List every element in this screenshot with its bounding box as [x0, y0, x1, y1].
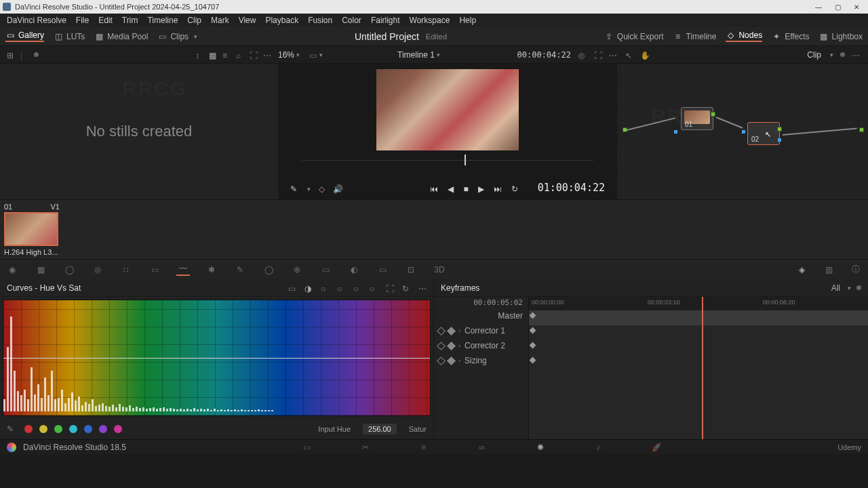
color-page-button[interactable]: ✺ [534, 441, 547, 453]
menu-davinci[interactable]: DaVinci Resolve [7, 16, 66, 25]
hue-swatch[interactable] [114, 425, 122, 433]
qualifier-icon[interactable]: ✎ [233, 264, 247, 276]
clip-thumbnail[interactable]: 01 V1 H.264 High L3... [4, 203, 60, 256]
more-icon[interactable]: ⋯ [263, 51, 271, 59]
menu-fusion[interactable]: Fusion [308, 16, 332, 25]
hue-vs-sat-graph[interactable] [3, 300, 431, 416]
media-page-button[interactable]: ▭ [301, 441, 313, 453]
window-close-button[interactable]: ✕ [848, 1, 865, 13]
keyframe-marker[interactable] [530, 327, 536, 334]
menu-mark[interactable]: Mark [211, 16, 229, 25]
viewer-mode-icon[interactable]: ▭ [309, 51, 317, 59]
viewer-scrubber[interactable] [278, 155, 617, 165]
kf-playhead[interactable] [702, 297, 703, 439]
bypass-icon[interactable]: ◎ [578, 51, 586, 59]
kf-timecode[interactable]: 00:00:05:02 [434, 297, 528, 308]
list-view-icon[interactable]: ≡ [222, 51, 231, 59]
color-match-icon[interactable]: ▦ [34, 264, 47, 276]
sort-icon[interactable]: ↕ [195, 51, 203, 59]
more-icon[interactable]: ⋯ [852, 51, 860, 59]
window-maximize-button[interactable]: ▢ [829, 1, 846, 13]
node-editor[interactable]: RRCG 01 02 ↖ [617, 64, 868, 199]
window-minimize-button[interactable]: — [810, 1, 827, 13]
resolve-logo-icon[interactable] [7, 443, 16, 452]
timeline-toggle[interactable]: ≡ Timeline [673, 32, 717, 41]
hue-swatch[interactable] [84, 425, 92, 433]
viewer-timecode[interactable]: 00:00:04:22 [517, 50, 571, 60]
chevron-down-icon[interactable]: ▾ [830, 52, 833, 58]
chevron-down-icon[interactable]: ▾ [319, 52, 323, 58]
more-icon[interactable]: ⋯ [609, 51, 617, 59]
fusion-page-button[interactable]: ∞ [476, 441, 488, 453]
more-icon[interactable]: ⋯ [418, 284, 427, 292]
cut-page-button[interactable]: ✂ [359, 441, 372, 453]
menu-fairlight[interactable]: Fairlight [371, 16, 400, 25]
overlay-toggle-icon[interactable]: ◇ [319, 184, 325, 194]
spline-icon[interactable]: ◑ [304, 284, 313, 292]
mute-icon[interactable]: 🔊 [333, 184, 343, 194]
pointer-icon[interactable]: ↖ [625, 51, 633, 59]
menu-playback[interactable]: Playback [265, 16, 298, 25]
kf-track-sizing[interactable]: ›Sizing [434, 353, 528, 368]
sizing-icon[interactable]: ⊡ [404, 264, 418, 276]
nodes-toggle[interactable]: ◇ Nodes [726, 30, 762, 42]
search-icon[interactable]: ⌕ [236, 51, 244, 59]
color-picker-icon[interactable]: ✎ [290, 184, 297, 194]
stop-icon[interactable]: ■ [463, 184, 468, 194]
kf-track-corrector1[interactable]: ›Corrector 1 [434, 323, 528, 338]
hue-swatch[interactable] [99, 425, 107, 433]
viewer-tc-readout[interactable]: 01:00:04:22 [538, 182, 605, 194]
mediapool-toggle[interactable]: ▦ Media Pool [94, 32, 148, 41]
grid-view-icon[interactable]: ▦ [209, 51, 217, 59]
window-icon[interactable]: ◯ [262, 264, 275, 276]
primaries-wheels-icon[interactable]: ◯ [62, 264, 76, 276]
chevron-down-icon[interactable]: ▾ [437, 52, 440, 58]
goto-last-icon[interactable]: ⏭ [494, 184, 502, 194]
kf-scope-dropdown[interactable]: All [831, 283, 840, 293]
node-01[interactable]: 01 [681, 107, 713, 130]
menu-trim[interactable]: Trim [122, 16, 138, 25]
curves-icon[interactable]: 〰 [176, 264, 190, 276]
viewer-image[interactable] [376, 69, 519, 150]
menu-file[interactable]: File [76, 16, 89, 25]
hdr-wheels-icon[interactable]: ◎ [91, 264, 104, 276]
loop-icon[interactable]: ↻ [511, 184, 518, 194]
menu-timeline[interactable]: Timeline [147, 16, 178, 25]
blue-connector[interactable] [742, 130, 745, 134]
3d-icon[interactable]: 3D [433, 264, 446, 276]
sat-sat-icon[interactable]: ○ [370, 284, 378, 292]
zoom-level[interactable]: 16% [278, 50, 294, 60]
blur-icon[interactable]: ◐ [347, 264, 361, 276]
reset-icon[interactable]: ↻ [402, 284, 410, 292]
clip-scope[interactable]: Clip [807, 50, 821, 60]
panel-layout-icon[interactable]: ⊞ [7, 51, 15, 59]
hue-swatch[interactable] [69, 425, 77, 433]
keyframe-marker[interactable] [530, 357, 536, 364]
eyedropper-icon[interactable]: ✎ [7, 424, 16, 434]
timeline-name[interactable]: Timeline 1 [397, 50, 435, 60]
expand-viewer-icon[interactable]: ⛶ [594, 51, 602, 59]
output-connector[interactable] [859, 127, 864, 132]
play-icon[interactable]: ▶ [478, 184, 484, 194]
gallery-toggle[interactable]: ▭ Gallery [5, 30, 44, 42]
menu-color[interactable]: Color [342, 16, 361, 25]
magic-mask-icon[interactable]: ▭ [319, 264, 332, 276]
keyframes-panel-icon[interactable]: ◈ [795, 264, 808, 276]
luts-toggle[interactable]: ◫ LUTs [54, 32, 85, 41]
hue-lum-icon[interactable]: ○ [337, 284, 345, 292]
kf-track-master[interactable]: Master [434, 308, 528, 323]
menu-workspace[interactable]: Workspace [410, 16, 450, 25]
quick-export-button[interactable]: ⇪ Quick Export [604, 32, 664, 41]
playhead[interactable] [465, 155, 466, 165]
hue-swatch[interactable] [54, 425, 62, 433]
keyframe-marker[interactable] [530, 342, 536, 349]
node-02[interactable]: 02 [747, 122, 780, 145]
deliver-page-button[interactable]: 🚀 [651, 441, 663, 453]
menu-view[interactable]: View [239, 16, 256, 25]
hue-swatch[interactable] [39, 425, 47, 433]
keyframe-marker[interactable] [530, 312, 536, 319]
effects-toggle[interactable]: ✦ Effects [772, 32, 809, 41]
menu-clip[interactable]: Clip [187, 16, 201, 25]
color-warper-icon[interactable]: ✱ [205, 264, 218, 276]
expand-icon[interactable]: ⛶ [250, 51, 258, 59]
